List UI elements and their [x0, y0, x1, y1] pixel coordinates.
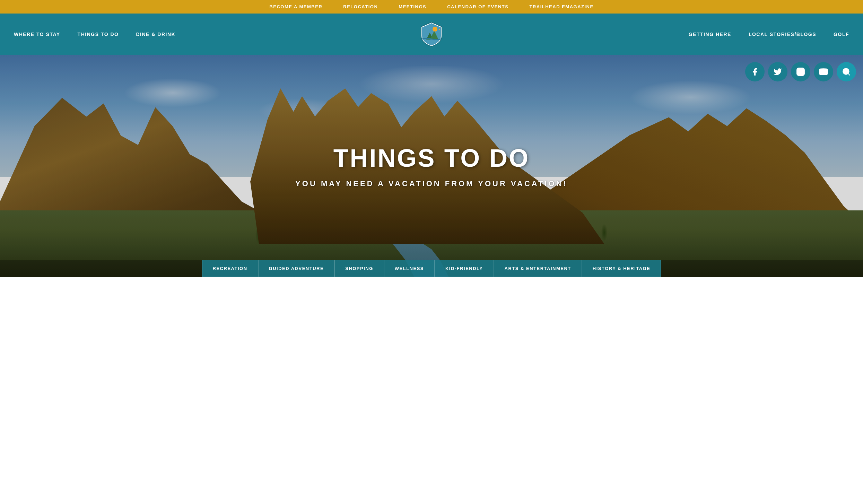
topbar-link-relocation[interactable]: RELOCATION: [343, 4, 378, 9]
svg-line-10: [848, 73, 850, 75]
top-bar: BECOME A MEMBERRELOCATIONMEETINGSCALENDA…: [0, 0, 863, 14]
instagram-icon[interactable]: [791, 62, 810, 81]
twitter-icon[interactable]: [768, 62, 787, 81]
logo-container[interactable]: [418, 20, 445, 48]
site-logo[interactable]: [418, 20, 445, 48]
hero-title: THINGS TO DO: [295, 144, 568, 172]
topbar-link-calendar[interactable]: CALENDAR OF EVENTS: [447, 4, 508, 9]
category-tab-wellness[interactable]: WELLNESS: [384, 260, 435, 277]
social-bar: [745, 62, 856, 81]
nav-left: WHERE TO STAYTHINGS TO DODINE & DRINK: [14, 32, 175, 37]
nav-link-dine-drink[interactable]: DINE & DRINK: [136, 32, 175, 37]
main-nav: WHERE TO STAYTHINGS TO DODINE & DRINK GE…: [0, 14, 863, 55]
search-icon[interactable]: [837, 62, 856, 81]
hero-section: THINGS TO DO YOU MAY NEED A VACATION FRO…: [0, 55, 863, 277]
hero-content: THINGS TO DO YOU MAY NEED A VACATION FRO…: [295, 144, 568, 188]
nav-link-where-to-stay[interactable]: WHERE TO STAY: [14, 32, 60, 37]
hero-subtitle: YOU MAY NEED A VACATION FROM YOUR VACATI…: [295, 179, 568, 188]
category-tab-arts-entertainment[interactable]: ARTS & ENTERTAINMENT: [494, 260, 582, 277]
nav-link-things-to-do[interactable]: THINGS TO DO: [78, 32, 119, 37]
svg-point-2: [433, 27, 437, 32]
category-tabs: RECREATIONGUIDED ADVENTURESHOPPINGWELLNE…: [0, 260, 863, 277]
category-tab-history-heritage[interactable]: HISTORY & HERITAGE: [582, 260, 661, 277]
topbar-link-become-member[interactable]: BECOME A MEMBER: [269, 4, 322, 9]
facebook-icon[interactable]: [745, 62, 765, 81]
nav-link-local-stories[interactable]: LOCAL STORIES/BLOGS: [749, 32, 816, 37]
category-tab-kid-friendly[interactable]: KID-FRIENDLY: [435, 260, 494, 277]
nav-link-golf[interactable]: GOLF: [834, 32, 849, 37]
nav-right: GETTING HERELOCAL STORIES/BLOGSGOLF: [689, 32, 849, 37]
nav-link-getting-here[interactable]: GETTING HERE: [689, 32, 731, 37]
category-tab-guided-adventure[interactable]: GUIDED ADVENTURE: [258, 260, 335, 277]
youtube-icon[interactable]: [814, 62, 833, 81]
topbar-link-trailhead[interactable]: TRAILHEAD EMAGAZINE: [529, 4, 593, 9]
topbar-link-meetings[interactable]: MEETINGS: [399, 4, 426, 9]
category-tab-recreation[interactable]: RECREATION: [202, 260, 258, 277]
category-tab-shopping[interactable]: SHOPPING: [334, 260, 384, 277]
